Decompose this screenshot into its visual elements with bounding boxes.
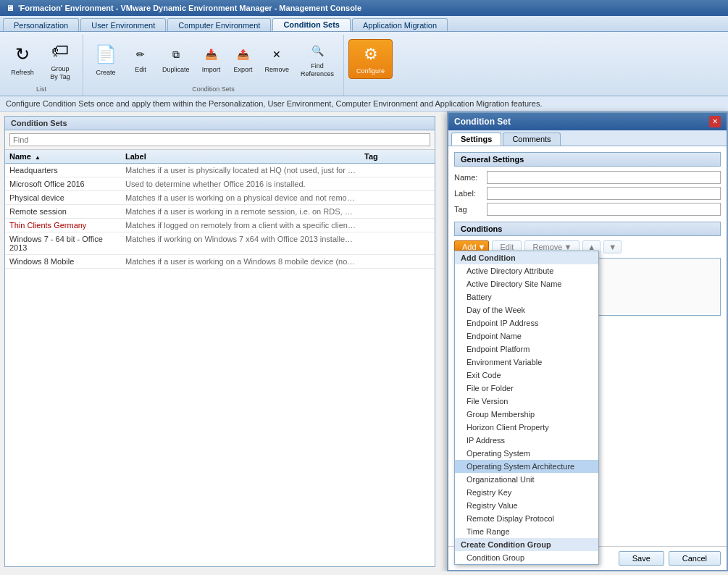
condition-sets-group-label: Condition Sets [192, 84, 235, 93]
condition-set-dialog: Condition Set ✕ Settings Comments Genera… [447, 112, 728, 571]
app-icon: 🖥 [6, 4, 14, 12]
row-name: Windows 7 - 64 bit - Office 2013 [5, 234, 121, 253]
move-down-button[interactable]: ▼ [603, 240, 622, 253]
row-name: Thin Clients Germany [5, 220, 121, 230]
dialog-close-button[interactable]: ✕ [709, 116, 721, 127]
import-label: Import [202, 66, 221, 74]
dropdown-item-horizon-client-property[interactable]: Horizon Client Property [455, 421, 598, 434]
tab-condition-sets[interactable]: Condition Sets [272, 18, 351, 31]
dropdown-item-file-or-folder[interactable]: File or Folder [455, 382, 598, 395]
row-tag [360, 220, 435, 230]
edit-button[interactable]: ✏ Edit [125, 41, 156, 77]
configure-button[interactable]: ⚙ Configure [348, 39, 393, 79]
dropdown-item-operating-system-architecture[interactable]: Operating System Architecture [455, 460, 598, 473]
dialog-tabs: Settings Comments [448, 130, 727, 146]
left-panel-title: Condition Sets [5, 117, 435, 130]
dropdown-item-group-membership[interactable]: Group Membership [455, 408, 598, 421]
table-row[interactable]: Microsoft Office 2016 Used to determine … [5, 177, 435, 191]
configure-label: Configure [356, 67, 385, 75]
tab-personalization[interactable]: Personalization [3, 18, 79, 31]
dropdown-item-registry-value[interactable]: Registry Value [455, 499, 598, 512]
duplicate-button[interactable]: ⧉ Duplicate [157, 41, 195, 77]
refresh-button[interactable]: ↻ Refresh [4, 38, 41, 80]
table-row[interactable]: Thin Clients Germany Matches if logged o… [5, 219, 435, 232]
name-input[interactable] [487, 171, 721, 184]
dropdown-item-operating-system[interactable]: Operating System [455, 447, 598, 460]
table-header: Name ▲ Label Tag [5, 150, 435, 164]
ribbon: ↻ Refresh 🏷 Group By Tag List 📄 Create ✏… [0, 32, 728, 96]
cancel-button[interactable]: Cancel [669, 551, 721, 566]
left-panel-title-text: Condition Sets [11, 119, 67, 127]
row-label: Matches if a user is physically located … [121, 165, 360, 175]
dropdown-item-ip-address[interactable]: IP Address [455, 434, 598, 447]
save-button[interactable]: Save [619, 551, 664, 566]
find-references-button[interactable]: 🔍 Find References [296, 38, 339, 81]
dialog-title-bar: Condition Set ✕ [448, 113, 727, 130]
description-bar: Configure Condition Sets once and apply … [0, 96, 728, 112]
column-header-label[interactable]: Label [121, 152, 360, 161]
dropdown-item-endpoint-name[interactable]: Endpoint Name [455, 330, 598, 343]
tab-computer-environment[interactable]: Computer Environment [167, 18, 271, 31]
table-row[interactable]: Physical device Matches if a user is wor… [5, 191, 435, 205]
row-tag [360, 234, 435, 253]
duplicate-icon: ⧉ [166, 44, 186, 64]
add-condition-header: Add Condition [455, 251, 598, 264]
dropdown-item-exit-code[interactable]: Exit Code [455, 369, 598, 382]
import-icon: 📥 [201, 44, 222, 64]
row-name: Headquarters [5, 165, 121, 175]
app-title: 'Formacion' Environment - VMware Dynamic… [18, 4, 361, 12]
dropdown-items: Active Directory AttributeActive Directo… [455, 264, 598, 538]
dropdown-group-items: Condition Group [455, 551, 598, 564]
refresh-icon: ↻ [9, 41, 35, 67]
duplicate-label: Duplicate [162, 66, 190, 74]
row-tag [360, 206, 435, 217]
label-label: Label: [454, 189, 487, 198]
dropdown-item-remote-display-protocol[interactable]: Remote Display Protocol [455, 512, 598, 525]
create-button[interactable]: 📄 Create [88, 38, 124, 80]
search-input[interactable] [9, 133, 430, 146]
dropdown-item-endpoint-platform[interactable]: Endpoint Platform [455, 343, 598, 356]
list-group-label: List [36, 84, 46, 93]
table-row[interactable]: Windows 7 - 64 bit - Office 2013 Matches… [5, 232, 435, 255]
tag-label: Tag [454, 205, 487, 214]
label-input[interactable] [487, 187, 721, 200]
tag-row: Tag [454, 203, 721, 216]
row-label: Matches if a user is working on a Window… [121, 256, 360, 266]
tab-user-environment[interactable]: User Environment [80, 18, 166, 31]
main-content: Condition Sets Name ▲ Label Tag Headquar… [0, 112, 728, 571]
export-icon: 📤 [233, 44, 254, 64]
table-row[interactable]: Windows 8 Mobile Matches if a user is wo… [5, 255, 435, 269]
find-references-label: Find References [301, 62, 334, 78]
dropdown-item-endpoint-ip-address[interactable]: Endpoint IP Address [455, 316, 598, 330]
column-header-name[interactable]: Name ▲ [5, 152, 121, 161]
dropdown-item-active-directory-attribute[interactable]: Active Directory Attribute [455, 264, 598, 277]
dialog-tab-comments[interactable]: Comments [503, 133, 560, 146]
name-row: Name: [454, 171, 721, 184]
dropdown-item-environment-variable[interactable]: Environment Variable [455, 356, 598, 369]
label-row: Label: [454, 187, 721, 200]
group-by-tag-button[interactable]: 🏷 Group By Tag [42, 35, 78, 84]
configure-icon: ⚙ [359, 43, 382, 66]
dropdown-item-battery[interactable]: Battery [455, 290, 598, 303]
edit-label: Edit [135, 66, 146, 74]
dropdown-item-active-directory-site-name[interactable]: Active Directory Site Name [455, 277, 598, 290]
row-name: Windows 8 Mobile [5, 256, 121, 266]
title-bar: 🖥 'Formacion' Environment - VMware Dynam… [0, 0, 728, 16]
dropdown-item-day-of-week[interactable]: Day of the Week [455, 303, 598, 316]
dropdown-item-organizational-unit[interactable]: Organizational Unit [455, 473, 598, 486]
tab-application-migration[interactable]: Application Migration [352, 18, 448, 31]
dropdown-item-time-range[interactable]: Time Range [455, 525, 598, 538]
dropdown-item-registry-key[interactable]: Registry Key [455, 486, 598, 499]
export-button[interactable]: 📤 Export [228, 41, 259, 77]
dropdown-item-file-version[interactable]: File Version [455, 395, 598, 408]
import-button[interactable]: 📥 Import [196, 41, 227, 77]
tag-input[interactable] [487, 203, 721, 216]
row-label: Matches if logged on remotely from a cli… [121, 220, 360, 230]
remove-button[interactable]: ✕ Remove [260, 41, 295, 77]
column-header-tag[interactable]: Tag [360, 152, 435, 161]
dropdown-group-item-condition-group[interactable]: Condition Group [455, 551, 598, 564]
table-row[interactable]: Remote session Matches if a user is work… [5, 205, 435, 219]
tab-bar: Personalization User Environment Compute… [0, 16, 728, 32]
table-row[interactable]: Headquarters Matches if a user is physic… [5, 164, 435, 177]
dialog-tab-settings[interactable]: Settings [451, 133, 501, 146]
